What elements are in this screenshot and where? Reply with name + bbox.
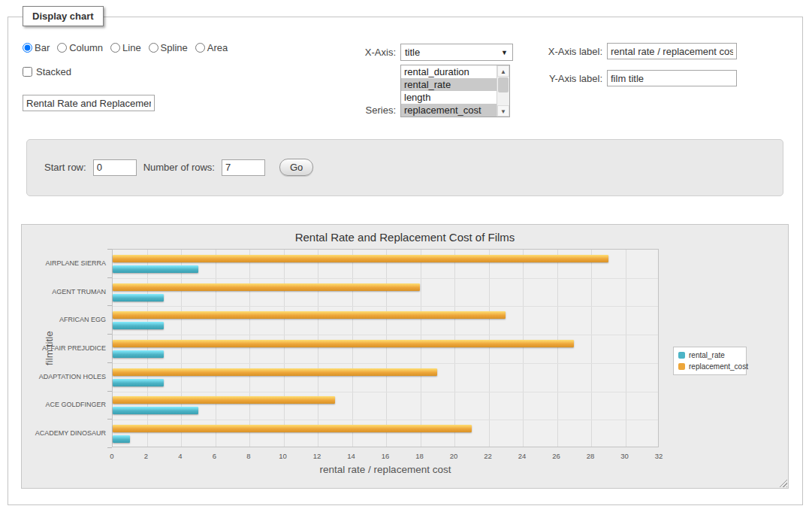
gridline [523,250,524,447]
bar-rental_rate [113,350,164,358]
chart-type-option-area[interactable]: Area [195,42,228,53]
gridline [113,363,658,364]
legend-item-rental_rate[interactable]: rental_rate [678,351,741,359]
category-label: ADAPTATION HOLES [39,373,106,380]
bar-replacement_cost [113,255,608,262]
series-select-label: Series: [323,105,396,116]
chart-type-option-spline[interactable]: Spline [149,42,188,53]
x-axis-tick-label: 30 [620,452,629,460]
legend-label: rental_rate [689,351,725,359]
x-axis-tick-label: 18 [415,452,424,460]
chart-type-label: Column [69,42,103,53]
series-option-length[interactable]: length [401,91,497,104]
page: Display chart BarColumnLineSplineArea St… [0,0,812,512]
start-row-label: Start row: [44,162,86,173]
x-axis-tick-label: 12 [313,452,321,460]
y-axis-label-input[interactable] [607,70,737,86]
chart-type-option-column[interactable]: Column [57,42,103,53]
chart-type-radio-group: BarColumnLineSplineArea [23,42,228,53]
gridline [113,392,658,392]
chart-type-radio-column[interactable] [57,43,67,53]
bar-replacement_cost [113,340,574,347]
chart-type-radio-spline[interactable] [149,43,158,53]
chart-type-radio-bar[interactable] [23,43,32,53]
gridline [454,250,455,447]
gridline [352,250,353,447]
bar-rental_rate [113,435,130,443]
x-axis-label-input[interactable] [607,43,737,59]
x-axis-tick-label: 2 [144,452,148,460]
bar-rental_rate [113,294,164,301]
listbox-scrollbar[interactable]: ▲ ▼ [497,65,509,117]
gridline [626,250,626,447]
stacked-checkbox[interactable] [23,67,32,77]
bar-replacement_cost [113,283,420,291]
bar-rental_rate [113,407,198,414]
gridline [421,250,421,447]
bar-replacement_cost [113,396,335,404]
number-of-rows-input[interactable] [222,159,265,176]
x-axis-tick-label: 16 [382,452,390,460]
x-axis-select-label: X-Axis: [323,47,396,58]
resize-handle-icon[interactable] [777,477,787,487]
gridline [318,250,318,447]
bar-rental_rate [113,379,164,386]
chart-x-axis-title: rental rate / replacement cost [112,464,659,475]
category-label: ACADEMY DINOSAUR [35,429,106,437]
gridline [113,420,658,420]
x-axis-tick-label: 22 [484,452,492,460]
x-axis-tick-label: 10 [279,452,287,460]
x-axis-tick-label: 28 [587,452,595,460]
category-axis: AIRPLANE SIERRAAGENT TRUMANAFRICAN EGGAF… [22,249,106,447]
legend-item-replacement_cost[interactable]: replacement_cost [678,362,741,371]
x-axis-tick-label: 32 [655,452,663,460]
x-axis-tick-label: 20 [450,452,458,460]
gridline [284,250,285,447]
y-axis-tick [107,277,112,278]
category-label: AGENT TRUMAN [52,288,106,295]
chart-type-option-bar[interactable]: Bar [23,42,50,53]
x-axis-label-caption: X-Axis label: [533,46,602,57]
chart-panel: Rental Rate and Replacement Cost of Film… [21,224,789,489]
series-option-rental_duration[interactable]: rental_duration [401,65,497,78]
chart-legend: rental_ratereplacement_cost [673,347,747,375]
y-axis-tick [107,334,112,335]
x-axis-tick-label: 4 [178,452,182,460]
plot-area [112,249,659,447]
gridline [113,335,658,335]
series-option-replacement_cost[interactable]: replacement_cost [401,104,497,117]
chart-type-radio-area[interactable] [195,43,205,53]
chart-type-label: Bar [35,42,50,53]
y-axis-tick [107,305,112,306]
start-row-input[interactable] [93,159,137,176]
bar-replacement_cost [113,368,437,376]
chart-type-radio-line[interactable] [110,43,120,53]
category-label: AFRICAN EGG [59,316,106,323]
y-axis-tick [107,362,112,363]
legend-label: replacement_cost [689,362,748,371]
bar-replacement_cost [113,425,472,432]
scroll-up-icon[interactable]: ▲ [497,65,509,77]
chart-title-input[interactable] [23,95,155,111]
chart-type-label: Line [122,42,141,53]
number-of-rows-label: Number of rows: [143,162,215,173]
stacked-checkbox-row[interactable]: Stacked [23,66,71,77]
scroll-down-icon[interactable]: ▼ [497,105,509,117]
legend-swatch-icon [678,352,685,359]
chart-type-label: Area [207,42,228,53]
scrollbar-thumb[interactable] [498,77,509,92]
go-button[interactable]: Go [279,159,313,176]
gridline [113,278,658,279]
series-option-rental_rate[interactable]: rental_rate [401,78,497,91]
x-axis-select[interactable]: title ▼ [400,44,513,61]
gridline [249,250,250,447]
y-axis-tick [107,249,112,250]
chart-type-option-line[interactable]: Line [110,42,141,53]
row-range-controls: Start row: Number of rows: Go [44,159,313,176]
gridline [147,250,148,447]
series-listbox[interactable]: rental_durationrental_ratelengthreplacem… [400,65,510,117]
chart-title: Rental Rate and Replacement Cost of Film… [22,231,788,244]
x-axis-tick-label: 0 [110,452,113,460]
bar-replacement_cost [113,311,506,319]
y-axis-tick [107,447,112,448]
